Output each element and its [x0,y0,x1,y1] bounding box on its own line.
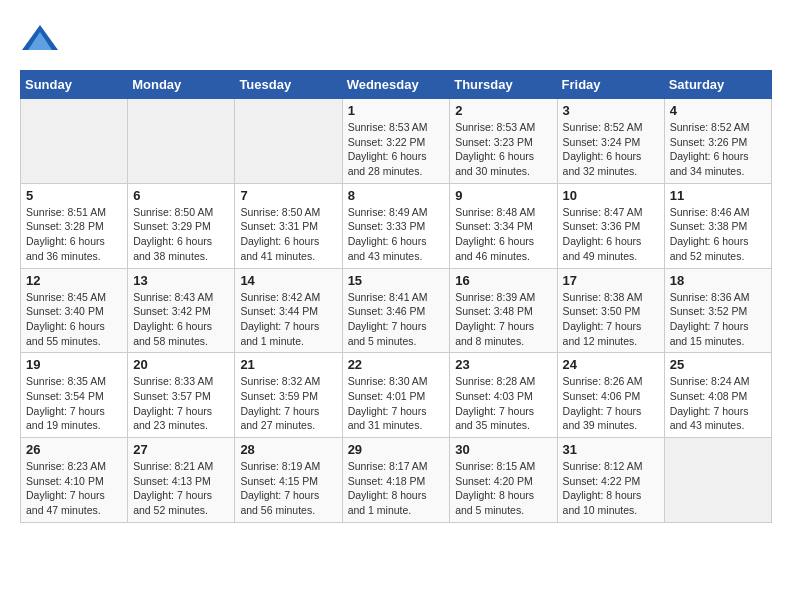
day-number: 25 [670,357,766,372]
day-info: Sunrise: 8:50 AM Sunset: 3:31 PM Dayligh… [240,205,336,264]
day-info: Sunrise: 8:47 AM Sunset: 3:36 PM Dayligh… [563,205,659,264]
day-number: 12 [26,273,122,288]
day-info: Sunrise: 8:15 AM Sunset: 4:20 PM Dayligh… [455,459,551,518]
day-info: Sunrise: 8:35 AM Sunset: 3:54 PM Dayligh… [26,374,122,433]
day-info: Sunrise: 8:12 AM Sunset: 4:22 PM Dayligh… [563,459,659,518]
calendar-cell [128,99,235,184]
weekday-header: Monday [128,71,235,99]
day-info: Sunrise: 8:33 AM Sunset: 3:57 PM Dayligh… [133,374,229,433]
calendar-cell: 24Sunrise: 8:26 AM Sunset: 4:06 PM Dayli… [557,353,664,438]
day-info: Sunrise: 8:48 AM Sunset: 3:34 PM Dayligh… [455,205,551,264]
day-info: Sunrise: 8:39 AM Sunset: 3:48 PM Dayligh… [455,290,551,349]
day-info: Sunrise: 8:43 AM Sunset: 3:42 PM Dayligh… [133,290,229,349]
calendar-cell: 6Sunrise: 8:50 AM Sunset: 3:29 PM Daylig… [128,183,235,268]
calendar-cell: 14Sunrise: 8:42 AM Sunset: 3:44 PM Dayli… [235,268,342,353]
calendar-week-row: 19Sunrise: 8:35 AM Sunset: 3:54 PM Dayli… [21,353,772,438]
day-number: 10 [563,188,659,203]
day-info: Sunrise: 8:45 AM Sunset: 3:40 PM Dayligh… [26,290,122,349]
calendar-week-row: 12Sunrise: 8:45 AM Sunset: 3:40 PM Dayli… [21,268,772,353]
day-info: Sunrise: 8:19 AM Sunset: 4:15 PM Dayligh… [240,459,336,518]
day-number: 18 [670,273,766,288]
weekday-header: Saturday [664,71,771,99]
day-info: Sunrise: 8:51 AM Sunset: 3:28 PM Dayligh… [26,205,122,264]
day-number: 16 [455,273,551,288]
calendar-cell: 29Sunrise: 8:17 AM Sunset: 4:18 PM Dayli… [342,438,450,523]
day-number: 4 [670,103,766,118]
calendar-cell: 27Sunrise: 8:21 AM Sunset: 4:13 PM Dayli… [128,438,235,523]
calendar-cell: 13Sunrise: 8:43 AM Sunset: 3:42 PM Dayli… [128,268,235,353]
day-number: 8 [348,188,445,203]
day-number: 13 [133,273,229,288]
day-info: Sunrise: 8:53 AM Sunset: 3:22 PM Dayligh… [348,120,445,179]
day-number: 7 [240,188,336,203]
day-info: Sunrise: 8:46 AM Sunset: 3:38 PM Dayligh… [670,205,766,264]
weekday-header: Wednesday [342,71,450,99]
weekday-header: Friday [557,71,664,99]
calendar-cell: 16Sunrise: 8:39 AM Sunset: 3:48 PM Dayli… [450,268,557,353]
day-info: Sunrise: 8:24 AM Sunset: 4:08 PM Dayligh… [670,374,766,433]
weekday-header: Tuesday [235,71,342,99]
day-info: Sunrise: 8:26 AM Sunset: 4:06 PM Dayligh… [563,374,659,433]
day-info: Sunrise: 8:28 AM Sunset: 4:03 PM Dayligh… [455,374,551,433]
calendar-cell [664,438,771,523]
day-number: 21 [240,357,336,372]
calendar-week-row: 5Sunrise: 8:51 AM Sunset: 3:28 PM Daylig… [21,183,772,268]
day-number: 24 [563,357,659,372]
calendar-cell: 15Sunrise: 8:41 AM Sunset: 3:46 PM Dayli… [342,268,450,353]
calendar-cell: 7Sunrise: 8:50 AM Sunset: 3:31 PM Daylig… [235,183,342,268]
day-info: Sunrise: 8:30 AM Sunset: 4:01 PM Dayligh… [348,374,445,433]
day-number: 1 [348,103,445,118]
day-number: 26 [26,442,122,457]
calendar-cell: 30Sunrise: 8:15 AM Sunset: 4:20 PM Dayli… [450,438,557,523]
day-number: 17 [563,273,659,288]
day-number: 22 [348,357,445,372]
day-number: 31 [563,442,659,457]
calendar-cell [235,99,342,184]
day-info: Sunrise: 8:41 AM Sunset: 3:46 PM Dayligh… [348,290,445,349]
logo-icon [20,20,60,60]
day-number: 6 [133,188,229,203]
weekday-header: Thursday [450,71,557,99]
calendar-cell: 5Sunrise: 8:51 AM Sunset: 3:28 PM Daylig… [21,183,128,268]
day-info: Sunrise: 8:42 AM Sunset: 3:44 PM Dayligh… [240,290,336,349]
calendar-week-row: 26Sunrise: 8:23 AM Sunset: 4:10 PM Dayli… [21,438,772,523]
calendar-cell [21,99,128,184]
header [20,20,772,60]
day-info: Sunrise: 8:23 AM Sunset: 4:10 PM Dayligh… [26,459,122,518]
calendar-cell: 23Sunrise: 8:28 AM Sunset: 4:03 PM Dayli… [450,353,557,438]
day-number: 19 [26,357,122,372]
calendar-cell: 10Sunrise: 8:47 AM Sunset: 3:36 PM Dayli… [557,183,664,268]
day-number: 29 [348,442,445,457]
calendar-cell: 8Sunrise: 8:49 AM Sunset: 3:33 PM Daylig… [342,183,450,268]
calendar-week-row: 1Sunrise: 8:53 AM Sunset: 3:22 PM Daylig… [21,99,772,184]
day-number: 3 [563,103,659,118]
day-number: 5 [26,188,122,203]
day-info: Sunrise: 8:52 AM Sunset: 3:26 PM Dayligh… [670,120,766,179]
calendar-cell: 21Sunrise: 8:32 AM Sunset: 3:59 PM Dayli… [235,353,342,438]
calendar-cell: 25Sunrise: 8:24 AM Sunset: 4:08 PM Dayli… [664,353,771,438]
day-number: 2 [455,103,551,118]
day-number: 28 [240,442,336,457]
calendar-table: SundayMondayTuesdayWednesdayThursdayFrid… [20,70,772,523]
calendar-cell: 18Sunrise: 8:36 AM Sunset: 3:52 PM Dayli… [664,268,771,353]
calendar-cell: 2Sunrise: 8:53 AM Sunset: 3:23 PM Daylig… [450,99,557,184]
day-info: Sunrise: 8:49 AM Sunset: 3:33 PM Dayligh… [348,205,445,264]
day-info: Sunrise: 8:36 AM Sunset: 3:52 PM Dayligh… [670,290,766,349]
day-number: 23 [455,357,551,372]
calendar-cell: 9Sunrise: 8:48 AM Sunset: 3:34 PM Daylig… [450,183,557,268]
calendar-cell: 17Sunrise: 8:38 AM Sunset: 3:50 PM Dayli… [557,268,664,353]
day-info: Sunrise: 8:38 AM Sunset: 3:50 PM Dayligh… [563,290,659,349]
weekday-header: Sunday [21,71,128,99]
calendar-cell: 20Sunrise: 8:33 AM Sunset: 3:57 PM Dayli… [128,353,235,438]
calendar-cell: 4Sunrise: 8:52 AM Sunset: 3:26 PM Daylig… [664,99,771,184]
day-number: 11 [670,188,766,203]
day-info: Sunrise: 8:21 AM Sunset: 4:13 PM Dayligh… [133,459,229,518]
calendar-cell: 1Sunrise: 8:53 AM Sunset: 3:22 PM Daylig… [342,99,450,184]
calendar-cell: 3Sunrise: 8:52 AM Sunset: 3:24 PM Daylig… [557,99,664,184]
day-info: Sunrise: 8:50 AM Sunset: 3:29 PM Dayligh… [133,205,229,264]
day-info: Sunrise: 8:32 AM Sunset: 3:59 PM Dayligh… [240,374,336,433]
day-number: 9 [455,188,551,203]
logo [20,20,65,60]
day-info: Sunrise: 8:53 AM Sunset: 3:23 PM Dayligh… [455,120,551,179]
calendar-cell: 22Sunrise: 8:30 AM Sunset: 4:01 PM Dayli… [342,353,450,438]
